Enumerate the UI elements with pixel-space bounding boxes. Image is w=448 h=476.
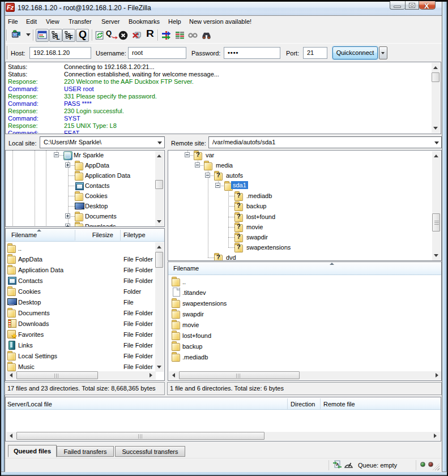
svg-text:L: L [57, 35, 60, 40]
svg-text:F: F [70, 35, 73, 40]
